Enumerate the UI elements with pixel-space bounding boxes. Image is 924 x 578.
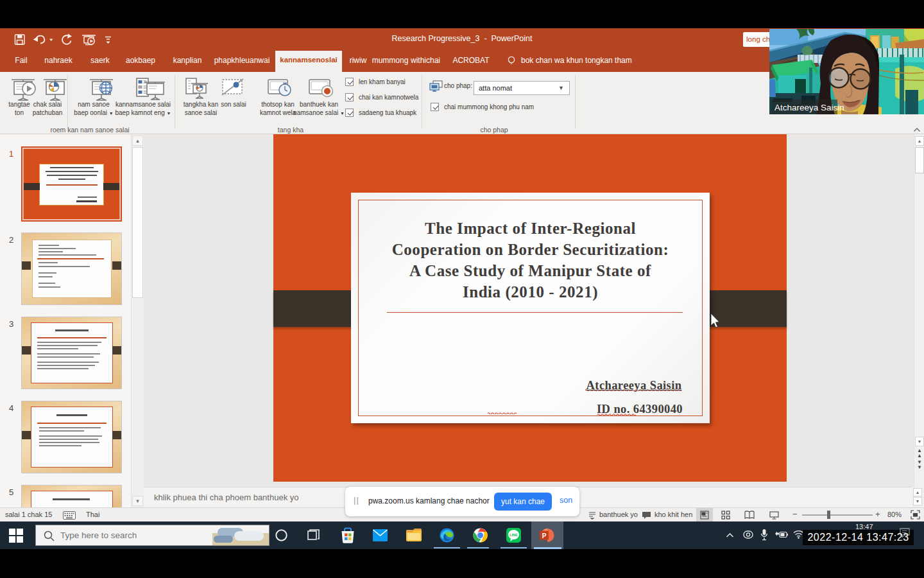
svg-text:LINE: LINE (509, 533, 518, 537)
svg-text:Atchareeya Saisin: Atchareeya Saisin (774, 103, 844, 112)
svg-text:P: P (542, 532, 547, 539)
